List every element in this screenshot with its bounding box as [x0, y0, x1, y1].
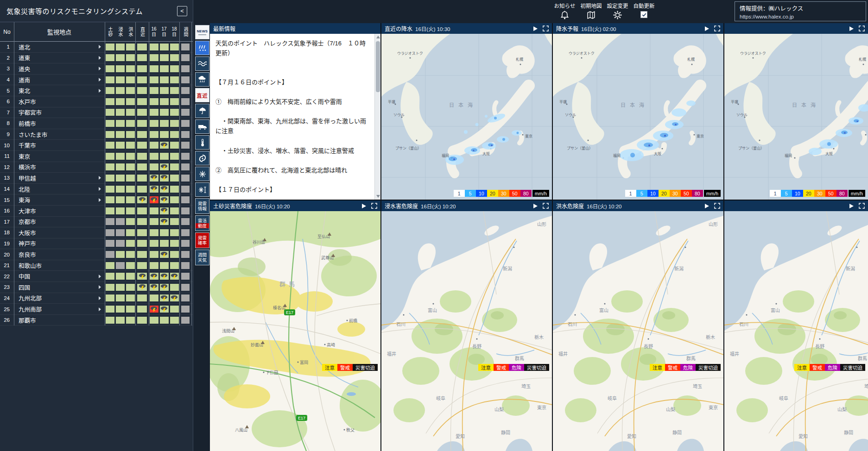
risk-cell-day17[interactable]	[160, 186, 169, 193]
risk-cell-day16[interactable]	[150, 218, 158, 225]
temperature-layer-button[interactable]	[195, 135, 209, 150]
risk-cell-day18[interactable]	[170, 109, 179, 116]
risk-cell-flood[interactable]	[126, 262, 135, 269]
risk-cell-inundation[interactable]	[116, 76, 125, 83]
fullscreen-button[interactable]	[859, 25, 865, 31]
risk-cell-recent[interactable]	[137, 262, 147, 269]
monitoring-row[interactable]: 1 道北	[0, 42, 193, 53]
provider-url-link[interactable]: https://www.halex.co.jp	[740, 14, 861, 19]
risk-cell-recent[interactable]	[137, 284, 147, 291]
risk-cell-day16[interactable]	[150, 207, 158, 214]
risk-cell-inundation[interactable]	[116, 120, 125, 127]
risk-cell-week[interactable]	[181, 186, 190, 193]
risk-cell-inundation[interactable]	[116, 207, 125, 214]
risk-cell-week[interactable]	[181, 317, 190, 324]
monitoring-row[interactable]: 23 四国	[0, 282, 193, 293]
risk-cell-landslide[interactable]	[106, 109, 114, 116]
risk-cell-landslide[interactable]	[106, 218, 114, 225]
risk-cell-day17[interactable]	[160, 240, 169, 247]
risk-cell-day17[interactable]	[160, 207, 169, 214]
wave-layer-button[interactable]	[195, 56, 209, 71]
fullscreen-button[interactable]	[714, 203, 720, 209]
scrollbar-thumb[interactable]	[376, 41, 380, 92]
risk-cell-day16[interactable]	[150, 163, 158, 170]
settings-button[interactable]: 設定変更	[604, 2, 631, 20]
risk-cell-day18[interactable]	[170, 163, 179, 170]
risk-cell-day17[interactable]	[160, 218, 169, 225]
risk-cell-inundation[interactable]	[116, 131, 125, 138]
risk-cell-recent[interactable]	[137, 196, 147, 203]
risk-cell-day17[interactable]	[160, 175, 169, 182]
risk-cell-landslide[interactable]	[106, 120, 114, 127]
risk-cell-day18[interactable]	[170, 207, 179, 214]
expand-arrow-icon[interactable]	[99, 45, 101, 49]
risk-cell-week[interactable]	[181, 44, 190, 50]
risk-cell-day16[interactable]	[150, 131, 158, 138]
risk-cell-recent[interactable]	[137, 120, 147, 127]
risk-cell-day16[interactable]	[150, 175, 158, 182]
risk-cell-day18[interactable]	[170, 294, 179, 301]
fullscreen-button[interactable]	[543, 203, 549, 209]
recent-precipitation-map[interactable]: 151020305080 mm/h	[381, 34, 552, 200]
risk-cell-day16[interactable]	[150, 142, 158, 149]
weekly-weather-button[interactable]: 週間 天気	[195, 250, 209, 265]
snow-depth-layer-button[interactable]	[195, 182, 209, 197]
risk-cell-week[interactable]	[181, 98, 190, 105]
play-button[interactable]	[705, 204, 709, 208]
risk-cell-week[interactable]	[181, 273, 190, 280]
risk-cell-day17[interactable]	[160, 317, 169, 324]
risk-cell-recent[interactable]	[137, 87, 147, 94]
risk-cell-day17[interactable]	[160, 109, 169, 116]
risk-cell-day17[interactable]	[160, 163, 169, 170]
risk-cell-week[interactable]	[181, 207, 190, 214]
risk-cell-day17[interactable]	[160, 65, 169, 72]
risk-cell-week[interactable]	[181, 175, 190, 182]
risk-cell-day17[interactable]	[160, 306, 169, 313]
risk-cell-week[interactable]	[181, 65, 190, 72]
monitoring-row[interactable]: 10 千葉市	[0, 140, 193, 151]
expand-arrow-icon[interactable]	[99, 296, 101, 300]
risk-cell-flood[interactable]	[126, 54, 135, 61]
risk-cell-inundation[interactable]	[116, 229, 125, 236]
monitoring-row[interactable]: 26 那覇市	[0, 315, 193, 326]
risk-cell-inundation[interactable]	[116, 240, 125, 247]
risk-cell-inundation[interactable]	[116, 142, 125, 149]
risk-cell-flood[interactable]	[126, 207, 135, 214]
monitoring-row[interactable]: 3 道央	[0, 63, 193, 75]
risk-cell-inundation[interactable]	[116, 175, 125, 182]
risk-cell-day17[interactable]	[160, 87, 169, 94]
scroll-down-arrow-icon[interactable]	[376, 195, 380, 198]
monitoring-row[interactable]: 19 神戸市	[0, 238, 193, 250]
expand-arrow-icon[interactable]	[99, 187, 101, 191]
risk-cell-day18[interactable]	[170, 196, 179, 203]
risk-cell-day17[interactable]	[160, 142, 169, 149]
auto-update-toggle[interactable]: 自動更新	[631, 2, 657, 20]
fullscreen-button[interactable]	[543, 25, 549, 31]
risk-cell-recent[interactable]	[137, 131, 147, 138]
risk-cell-day17[interactable]	[160, 153, 169, 160]
risk-cell-flood[interactable]	[126, 142, 135, 149]
risk-cell-day18[interactable]	[170, 229, 179, 236]
risk-cell-day18[interactable]	[170, 218, 179, 225]
monitoring-row[interactable]: 15 東海	[0, 194, 193, 206]
monitoring-row[interactable]: 24 九州北部	[0, 293, 193, 304]
risk-cell-landslide[interactable]	[106, 262, 114, 269]
risk-cell-recent[interactable]	[137, 306, 147, 313]
risk-cell-day18[interactable]	[170, 306, 179, 313]
risk-cell-recent[interactable]	[137, 163, 147, 170]
monitoring-row[interactable]: 20 奈良市	[0, 249, 193, 260]
expand-arrow-icon[interactable]	[99, 285, 101, 289]
risk-cell-day17[interactable]	[160, 44, 169, 50]
risk-cell-recent[interactable]	[137, 109, 147, 116]
risk-cell-week[interactable]	[181, 153, 190, 160]
risk-cell-day16[interactable]	[150, 44, 158, 50]
risk-cell-landslide[interactable]	[106, 306, 114, 313]
risk-cell-day16[interactable]	[150, 306, 158, 313]
risk-cell-recent[interactable]	[137, 54, 147, 61]
risk-cell-inundation[interactable]	[116, 262, 125, 269]
risk-cell-day17[interactable]	[160, 131, 169, 138]
risk-cell-recent[interactable]	[137, 207, 147, 214]
road-layer-button[interactable]	[195, 119, 209, 134]
monitoring-row[interactable]: 5 東北	[0, 85, 193, 96]
risk-cell-inundation[interactable]	[116, 284, 125, 291]
